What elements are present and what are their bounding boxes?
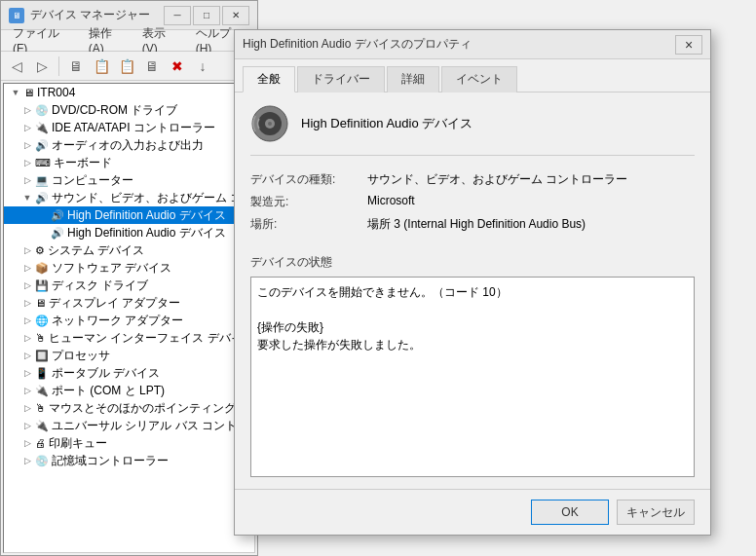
- device-manager-toolbar-btn1[interactable]: 🖥: [64, 55, 88, 78]
- device-tree[interactable]: ▼ 🖥 ITR004 ▷ 💿 DVD/CD-ROM ドライブ ▷ 🔌 IDE A…: [3, 83, 255, 553]
- label-port: ポート (COM と LPT): [52, 383, 165, 399]
- device-icon-large: [250, 104, 289, 143]
- icon-ide: 🔌: [35, 122, 49, 134]
- prop-value-location: 場所 3 (Internal High Definition Audio Bus…: [367, 216, 586, 233]
- maximize-button[interactable]: □: [193, 6, 220, 25]
- label-audio-io: オーディオの入力および出力: [52, 137, 204, 154]
- icon-disk: 💾: [35, 279, 49, 292]
- tree-node-hda2[interactable]: 🔊 High Definition Audio デバイス: [4, 224, 254, 241]
- toolbar-separator-1: [58, 56, 59, 76]
- expander-storage: ▷: [19, 453, 35, 468]
- tree-node-hda1[interactable]: 🔊 High Definition Audio デバイス: [4, 206, 254, 224]
- icon-hda1: 🔊: [51, 209, 64, 222]
- icon-hid: 🖱: [35, 332, 46, 344]
- label-dvd: DVD/CD-ROM ドライブ: [52, 102, 177, 119]
- tree-node-ide[interactable]: ▷ 🔌 IDE ATA/ATAPI コントローラー: [4, 119, 254, 136]
- tree-node-software[interactable]: ▷ 📦 ソフトウェア デバイス: [4, 259, 254, 277]
- label-storage: 記憶域コントローラー: [52, 453, 169, 469]
- icon-software: 📦: [35, 262, 49, 275]
- label-system: システム デバイス: [48, 242, 144, 259]
- tree-node-port[interactable]: ▷ 🔌 ポート (COM と LPT): [4, 382, 254, 399]
- properties-dialog: High Definition Audio デバイスのプロパティ × 全般 ドラ…: [234, 29, 711, 536]
- expander-audio-io: ▷: [19, 137, 35, 153]
- tree-node-processor[interactable]: ▷ 🔲 プロセッサ: [4, 347, 254, 364]
- dialog-close-button[interactable]: ×: [675, 35, 702, 55]
- icon-display: 🖥: [35, 297, 46, 309]
- minimize-button[interactable]: ─: [164, 6, 191, 25]
- device-manager-title-area: 🖥 デバイス マネージャー: [9, 7, 150, 23]
- dialog-titlebar: High Definition Audio デバイスのプロパティ ×: [235, 30, 710, 59]
- expander-computer-cat: ▷: [19, 172, 35, 188]
- prop-value-mfg: Microsoft: [367, 194, 415, 207]
- svg-point-3: [268, 122, 272, 126]
- device-manager-title: デバイス マネージャー: [30, 7, 150, 23]
- expander-usb: ▷: [19, 418, 35, 433]
- prop-row-mfg: 製造元: Microsoft: [250, 194, 695, 210]
- label-network: ネットワーク アダプター: [52, 313, 183, 329]
- tree-node-keyboard[interactable]: ▷ ⌨ キーボード: [4, 154, 254, 171]
- toolbar-btn2[interactable]: 📋: [90, 55, 113, 78]
- back-button[interactable]: ◁: [5, 55, 28, 78]
- prop-value-type: サウンド、ビデオ、およびゲーム コントローラー: [367, 171, 627, 188]
- device-manager-icon: 🖥: [9, 8, 24, 23]
- toolbar-btn4[interactable]: 🖥: [140, 55, 164, 78]
- tab-bar: 全般 ドライバー 詳細 イベント: [235, 59, 710, 93]
- tree-node-dvd[interactable]: ▷ 💿 DVD/CD-ROM ドライブ: [4, 101, 254, 119]
- expander-display: ▷: [19, 295, 35, 311]
- tree-node-print[interactable]: ▷ 🖨 印刷キュー: [4, 434, 254, 452]
- tab-events[interactable]: イベント: [441, 66, 517, 93]
- label-software: ソフトウェア デバイス: [52, 260, 171, 277]
- tree-node-mouse[interactable]: ▷ 🖱 マウスとそのほかのポインティング デバイス: [4, 399, 254, 417]
- tree-node-storage[interactable]: ▷ 💿 記憶域コントローラー: [4, 452, 254, 469]
- label-portable: ポータブル デバイス: [52, 365, 160, 382]
- expander-disk: ▷: [19, 278, 35, 293]
- ok-button[interactable]: OK: [531, 500, 609, 525]
- expander-keyboard: ▷: [19, 155, 35, 170]
- tree-node-disk[interactable]: ▷ 💾 ディスク ドライブ: [4, 277, 254, 294]
- tab-driver[interactable]: ドライバー: [297, 66, 385, 93]
- expander-system: ▷: [19, 242, 35, 258]
- label-usb: ユニバーサル シリアル バス コントローラー: [52, 418, 255, 434]
- expander-sound-cat: ▼: [19, 190, 35, 205]
- icon-print: 🖨: [35, 437, 46, 449]
- tree-node-computer[interactable]: ▼ 🖥 ITR004: [4, 84, 254, 101]
- prop-row-type: デバイスの種類: サウンド、ビデオ、およびゲーム コントローラー: [250, 171, 695, 188]
- tree-node-display[interactable]: ▷ 🖥 ディスプレイ アダプター: [4, 294, 254, 312]
- prop-label-location: 場所:: [250, 216, 367, 233]
- forward-button[interactable]: ▷: [30, 55, 54, 78]
- prop-row-location: 場所: 場所 3 (Internal High Definition Audio…: [250, 216, 695, 233]
- label-disk: ディスク ドライブ: [52, 278, 148, 294]
- expander-port: ▷: [19, 383, 35, 398]
- prop-label-type: デバイスの種類:: [250, 171, 367, 188]
- tab-details[interactable]: 詳細: [387, 66, 439, 93]
- expander-network: ▷: [19, 313, 35, 328]
- cancel-button[interactable]: キャンセル: [617, 500, 695, 525]
- tree-node-computer-cat[interactable]: ▷ 💻 コンピューター: [4, 171, 254, 189]
- label-keyboard: キーボード: [54, 155, 112, 171]
- dialog-title: High Definition Audio デバイスのプロパティ: [243, 36, 472, 53]
- status-textbox[interactable]: このデバイスを開始できません。（コード 10） {操作の失敗} 要求した操作が失…: [250, 277, 695, 477]
- tree-node-sound-cat[interactable]: ▼ 🔊 サウンド、ビデオ、およびゲーム コントローラー: [4, 189, 254, 206]
- tree-node-portable[interactable]: ▷ 📱 ポータブル デバイス: [4, 364, 254, 382]
- tree-node-audio-io[interactable]: ▷ 🔊 オーディオの入力および出力: [4, 136, 254, 154]
- toolbar-btn3[interactable]: 📋: [115, 55, 138, 78]
- icon-processor: 🔲: [35, 350, 49, 362]
- icon-keyboard: ⌨: [35, 157, 51, 169]
- icon-computer-cat: 💻: [35, 174, 49, 187]
- toolbar-btn5[interactable]: ✖: [166, 55, 189, 78]
- toolbar: ◁ ▷ 🖥 📋 📋 🖥 ✖ ↓: [1, 52, 257, 81]
- tree-node-network[interactable]: ▷ 🌐 ネットワーク アダプター: [4, 312, 254, 329]
- close-button[interactable]: ✕: [222, 6, 249, 25]
- icon-system: ⚙: [35, 244, 45, 257]
- tree-node-system[interactable]: ▷ ⚙ システム デバイス: [4, 241, 254, 259]
- label-sound-cat: サウンド、ビデオ、およびゲーム コントローラー: [52, 190, 255, 206]
- tree-node-usb[interactable]: ▷ 🔌 ユニバーサル シリアル バス コントローラー: [4, 417, 254, 434]
- icon-dvd: 💿: [35, 104, 49, 117]
- tree-node-hid[interactable]: ▷ 🖱 ヒューマン インターフェイス デバイス: [4, 329, 254, 347]
- expander-processor: ▷: [19, 348, 35, 363]
- label-hda1: High Definition Audio デバイス: [67, 207, 226, 224]
- device-header: High Definition Audio デバイス: [250, 104, 695, 156]
- tab-general[interactable]: 全般: [243, 66, 295, 93]
- toolbar-btn6[interactable]: ↓: [191, 55, 214, 78]
- label-computer-cat: コンピューター: [52, 172, 133, 189]
